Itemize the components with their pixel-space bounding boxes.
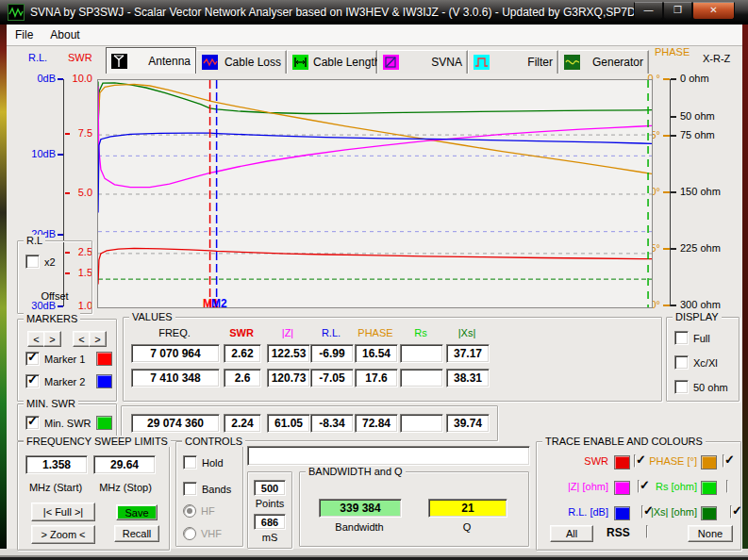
tab-cable-loss[interactable]: Cable Loss	[196, 50, 287, 74]
trace-rs-checkbox[interactable]	[726, 480, 728, 493]
recall-button[interactable]: Recall	[114, 525, 159, 542]
m1-rl-value: -6.99	[310, 344, 354, 363]
ms-field[interactable]: 686	[254, 514, 286, 530]
desktop-right-sliver	[742, 25, 748, 560]
phase-tick	[663, 305, 670, 306]
trace-xs-swatch[interactable]	[701, 506, 717, 520]
header-rl: R.L.	[310, 327, 352, 338]
m1-freq-value: 7 070 964	[131, 344, 220, 363]
rss-checkbox[interactable]	[646, 525, 648, 538]
ohm-tick-label: 0 ohm	[680, 73, 709, 85]
tab-svna[interactable]: SVNA	[377, 50, 468, 74]
min-z-value: 61.05	[267, 414, 310, 433]
phase-tick	[663, 135, 670, 137]
x2-label: x2	[44, 256, 56, 268]
m1-z-value: 122.53	[267, 344, 310, 363]
trace-swr-checkbox[interactable]	[634, 454, 636, 468]
swr-tick-label: 10.0	[68, 73, 92, 85]
trace-rs-swatch[interactable]	[701, 481, 717, 495]
svna-icon	[383, 55, 400, 70]
trace-xs-checkbox[interactable]	[730, 505, 732, 519]
points-field[interactable]: 500	[254, 480, 286, 496]
trace-swr-swatch[interactable]	[614, 455, 630, 469]
min-swr-checkbox[interactable]	[25, 416, 40, 430]
xcxl-label: Xc/Xl	[693, 357, 718, 369]
rl-offset-legend: R.L	[24, 235, 45, 246]
xcxl-checkbox[interactable]	[674, 355, 689, 370]
save-button[interactable]: Save	[116, 504, 158, 520]
tab-antenna[interactable]: Antenna	[106, 47, 196, 74]
phase-tick	[663, 248, 670, 250]
points-label: Points	[248, 498, 291, 509]
close-button[interactable]: ✕	[692, 2, 735, 20]
antenna-icon	[111, 54, 128, 69]
maximize-button[interactable]: ❐	[663, 2, 692, 20]
hf-radio[interactable]	[183, 504, 196, 518]
phase-tick	[663, 191, 670, 193]
full-label: Full	[693, 333, 710, 344]
points-box: 500 Points 686 mS	[247, 471, 292, 549]
trace-z-swatch[interactable]	[614, 481, 630, 495]
header-freq: FREQ.	[131, 327, 218, 338]
hold-checkbox[interactable]	[183, 455, 197, 469]
header-swr: SWR	[224, 327, 259, 338]
min-phase-value: 72.84	[355, 414, 398, 433]
marker2-checkbox-label: Marker 2	[44, 376, 91, 387]
values-box: VALUES FREQ. SWR |Z| R.L. PHASE Rs |Xs| …	[123, 317, 662, 402]
trace-rl-label: R.L. [dB]	[537, 506, 608, 518]
tab-filter[interactable]: Filter	[468, 50, 558, 74]
header-xs: |Xs|	[446, 327, 488, 338]
db-tick	[58, 154, 63, 156]
all-traces-button[interactable]: All	[550, 525, 593, 542]
trace-phase-checkbox[interactable]	[723, 454, 724, 468]
desktop-left-sliver	[0, 0, 7, 560]
stop-freq-field[interactable]: 29.64	[93, 455, 156, 474]
vhf-radio[interactable]	[183, 527, 196, 540]
bandwidth-legend: BANDWIDTH and Q	[306, 466, 406, 477]
m2-z-value: 120.73	[267, 369, 310, 387]
full-span-button[interactable]: |< Full >|	[31, 502, 95, 521]
50ohm-checkbox[interactable]	[674, 380, 689, 394]
menu-file[interactable]: File	[7, 28, 42, 41]
ohm-tick-label: 50 ohm	[680, 110, 715, 123]
rl-offset-box: R.L x2 Offset	[17, 240, 92, 314]
x2-checkbox[interactable]	[25, 255, 40, 269]
tab-cable-length[interactable]: Cable Length	[287, 50, 377, 74]
marker1-color-swatch[interactable]	[96, 352, 112, 366]
command-input[interactable]	[247, 446, 530, 466]
minimize-button[interactable]: —	[634, 2, 663, 20]
marker2-checkbox[interactable]	[25, 374, 40, 388]
svna-app-window: SVNA by SP3SWJ - Scalar Vector Network A…	[0, 0, 748, 560]
ohm-tick	[671, 248, 676, 250]
sweep-chart-plot[interactable]	[97, 79, 653, 308]
trace-rs-label: Rs [ohm]	[639, 481, 697, 492]
sweep-limits-legend: FREQUENCY SWEEP LIMITS	[24, 436, 171, 447]
marker2-next-button[interactable]: >	[89, 331, 107, 347]
ohm-tick-label: 75 ohm	[680, 129, 715, 141]
m2-xs-value: 38.31	[446, 369, 490, 387]
zoom-span-button[interactable]: > Zoom <	[31, 525, 95, 544]
ms-label: mS	[248, 532, 291, 543]
m1-phase-value: 16.54	[355, 344, 398, 363]
trace-enable-legend: TRACE ENABLE AND COLOURS	[542, 436, 706, 447]
marker1-checkbox[interactable]	[25, 352, 40, 366]
full-checkbox[interactable]	[674, 331, 689, 345]
bands-checkbox[interactable]	[183, 482, 197, 496]
menu-about[interactable]: About	[42, 28, 88, 41]
start-freq-field[interactable]: 1.358	[25, 455, 88, 474]
mode-tabstrip: Antenna Cable Loss Cable Length SVNA Fil…	[106, 47, 651, 74]
trace-rl-swatch[interactable]	[614, 506, 630, 520]
none-traces-button[interactable]: None	[688, 525, 733, 542]
trace-xs-label: |Xs| [ohm]	[639, 506, 697, 518]
m1-rs-value	[400, 344, 443, 363]
marker2-color-swatch[interactable]	[96, 374, 112, 388]
ohm-tick	[671, 135, 676, 137]
min-swr-color-swatch[interactable]	[96, 416, 112, 430]
tab-generator[interactable]: Generator	[558, 50, 649, 74]
trace-phase-swatch[interactable]	[701, 455, 717, 469]
vhf-label: VHF	[201, 528, 222, 539]
m2-rl-value: -7.05	[310, 369, 354, 387]
q-value: 21	[428, 499, 507, 518]
stop-freq-label: MHz (Stop)	[90, 482, 161, 493]
marker1-next-button[interactable]: >	[43, 331, 61, 347]
